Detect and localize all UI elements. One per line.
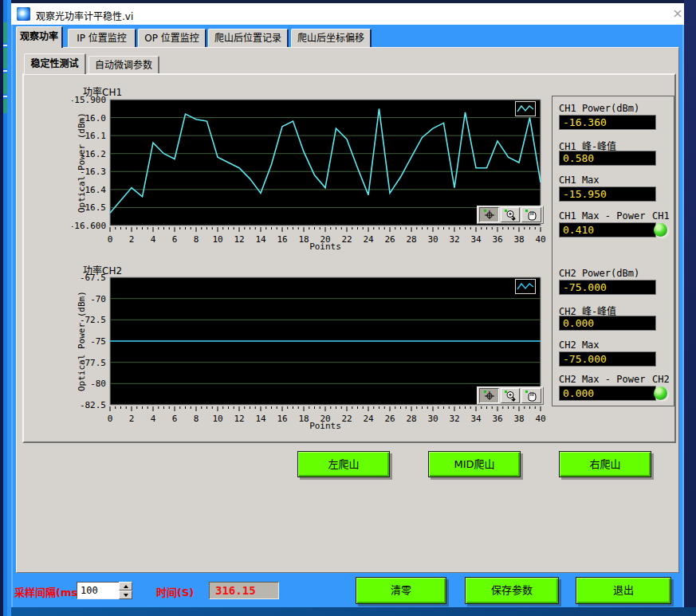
svg-text:-16.0: -16.0 [80,113,106,124]
taskbar-segment [3,48,7,69]
crosshair-icon [482,209,496,221]
climb-right-button[interactable]: 右爬山 [559,451,651,477]
time-display: 316.15 [209,582,279,599]
ch1-power-value: -16.360 [559,115,656,130]
hand-icon [525,390,538,402]
ch2-x-axis-title: Points [110,421,541,431]
clear-button[interactable]: 清零 [356,577,446,604]
svg-text:-80: -80 [90,379,106,389]
svg-text:-70: -70 [90,294,106,304]
ch1-peak-to-peak-value: 0.580 [559,151,656,166]
svg-text:-75: -75 [90,336,106,347]
ch1-led-label: CH1 [652,210,670,222]
tab-post-climb-coord-offset[interactable]: 爬山后坐标偏移 [291,29,372,47]
exit-button[interactable]: 退出 [576,577,671,604]
screen: 观察光功率计平稳性.vi × 观察功率 IP 位置监控 OP 位置监控 爬山后位… [0,0,696,616]
desktop-edge-bottom [0,607,696,616]
ch2-power-value: -75.000 [559,280,656,295]
svg-text:-16.5: -16.5 [80,202,106,213]
svg-text:-16.3: -16.3 [80,167,106,177]
subtab-auto-tune-params[interactable]: 自动微调参数 [88,56,159,73]
svg-text:-77.5: -77.5 [80,358,106,368]
zoom-icon [504,209,517,221]
arrow-up-icon [124,585,128,588]
ch1-waveform-chart: -15.900-16.0-16.1-16.2-16.3-16.4-16.5-16… [72,94,550,252]
ch2-zoom-tool-button[interactable] [501,388,521,403]
taskbar-divider [3,45,7,46]
ch2-led-label: CH2 [652,374,670,385]
ch1-max-minus-power-label: CH1 Max - Power [559,210,645,222]
ch1-plot-legend-icon[interactable] [515,101,536,116]
titlebar[interactable]: 观察光功率计平稳性.vi × [11,3,684,25]
ch1-cursor-tool-button[interactable] [479,207,499,222]
desktop-edge-right [684,0,696,616]
svg-text:-15.900: -15.900 [72,95,106,105]
taskbar-divider [3,96,7,97]
svg-text:-16.600: -16.600 [72,221,106,231]
svg-text:-16.4: -16.4 [80,185,106,195]
save-params-button[interactable]: 保存参数 [465,577,559,604]
ch1-max-minus-power-value: 0.410 [559,222,656,237]
tab-op-position-monitor[interactable]: OP 位置监控 [138,29,206,47]
ch2-max-minus-power-value: 0.000 [559,386,656,401]
sample-interval-input[interactable] [77,582,123,599]
ch1-graph-palette [477,206,544,224]
ch1-max-label: CH1 Max [559,175,600,186]
window-title: 观察光功率计平稳性.vi [36,9,133,22]
tab-post-climb-position-log[interactable]: 爬山后位置记录 [208,29,289,47]
close-icon: × [672,6,682,21]
ch2-graph-palette [477,386,544,405]
sample-interval-label: 采样间隔(ms) [14,584,82,599]
zoom-icon [504,390,517,402]
stepper-down-button[interactable] [119,590,132,599]
svg-text:-72.5: -72.5 [80,315,106,325]
svg-text:-16.2: -16.2 [80,149,106,159]
ch1-x-axis-title: Points [110,241,541,252]
ch1-zoom-tool-button[interactable] [501,207,521,222]
ch2-peak-to-peak-value: 0.000 [559,316,656,331]
hand-icon [525,209,538,221]
ch2-cursor-tool-button[interactable] [479,388,499,403]
svg-text:-16.1: -16.1 [80,131,106,141]
crosshair-icon [482,390,496,402]
taskbar-segment [3,99,7,113]
sample-interval-stepper [119,582,132,599]
ch1-max-value: -15.950 [559,186,656,202]
taskbar-segment [3,22,7,43]
taskbar-segment [3,73,7,94]
ch2-max-label: CH2 Max [559,339,600,351]
climb-mid-button[interactable]: MID爬山 [428,451,521,477]
ch2-max-value: -75.000 [559,351,656,367]
arrow-down-icon [124,594,128,597]
taskbar-divider [3,70,7,72]
time-label: 时间(S) [156,584,194,599]
svg-text:-82.5: -82.5 [80,400,106,410]
desktop-left-strip [0,0,11,616]
stepper-up-button[interactable] [119,582,132,590]
svg-text:-67.5: -67.5 [80,273,106,283]
ch2-waveform-chart: -67.5-70-72.5-75-77.5-80-82.502468101214… [72,272,550,431]
ch2-max-minus-power-label: CH2 Max - Power [559,374,645,385]
ch2-power-label: CH2 Power(dBm) [559,268,639,279]
ch1-pan-tool-button[interactable] [521,207,541,222]
tab-ip-position-monitor[interactable]: IP 位置监控 [68,29,136,47]
subtab-stability-test[interactable]: 稳定性测试 [24,53,86,74]
ch2-status-led [654,386,667,400]
tab-observe-power[interactable]: 观察功率 [16,26,63,48]
climb-left-button[interactable]: 左爬山 [297,451,390,477]
ch2-pan-tool-button[interactable] [521,388,541,403]
labview-app-icon [17,7,30,21]
ch1-power-label: CH1 Power(dBm) [559,103,639,114]
ch1-status-led [654,223,667,237]
ch2-plot-legend-icon[interactable] [515,279,536,294]
close-button[interactable]: × [670,6,686,22]
